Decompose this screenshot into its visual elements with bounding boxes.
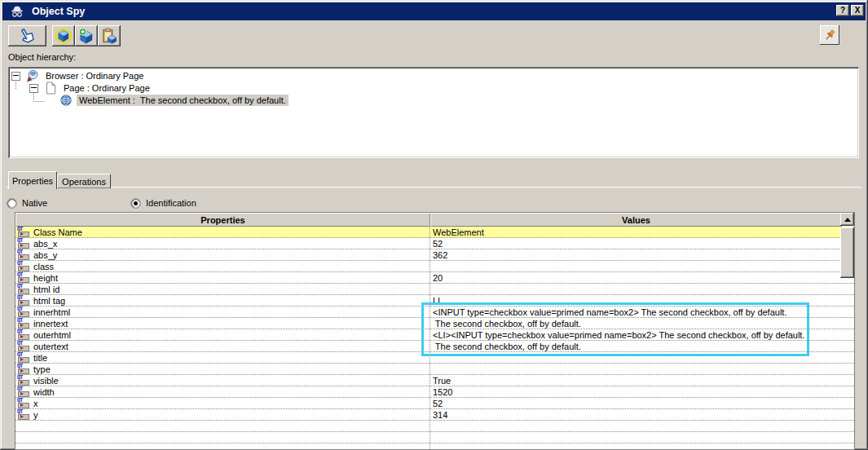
property-value-cell: <INPUT type=checkbox value=primed name=b… xyxy=(430,307,854,317)
object-spy-dialog: Object Spy ? X xyxy=(0,0,868,450)
scroll-up-button[interactable] xyxy=(840,213,854,226)
property-name-cell: QTclass xyxy=(15,261,430,271)
properties-grid: Properties Values QTClass NameWebElement… xyxy=(15,212,855,450)
property-icon: QT xyxy=(17,285,30,294)
property-value-cell xyxy=(430,261,854,271)
property-value-cell: LI xyxy=(430,295,854,306)
window-title: Object Spy xyxy=(32,6,85,17)
up-arrow-icon xyxy=(844,218,851,222)
add-object-icon xyxy=(78,28,95,44)
property-icon: QT xyxy=(17,330,30,340)
property-icon: QT xyxy=(17,364,30,374)
property-icon: QT xyxy=(17,262,30,271)
property-icon: QT xyxy=(17,353,30,363)
property-name-cell: QThtml id xyxy=(15,284,430,294)
property-row-innertext[interactable]: QTinnertext The second checkbox, off by … xyxy=(15,318,854,329)
empty-row xyxy=(15,432,854,443)
property-row-outerhtml[interactable]: QTouterhtml<LI><INPUT type=checkbox valu… xyxy=(15,329,854,341)
property-row-height[interactable]: QTheight20 xyxy=(15,272,854,284)
header-properties[interactable]: Properties xyxy=(15,213,430,227)
property-name-cell: QTabs_x xyxy=(15,238,430,249)
property-value-cell xyxy=(430,364,854,374)
property-row-html-tag[interactable]: QThtml tagLI xyxy=(15,295,854,307)
tree-node-webelement[interactable]: WebElement : The second checkbox, off by… xyxy=(54,94,289,107)
empty-row xyxy=(15,443,854,450)
property-row-width[interactable]: QTwidth1520 xyxy=(15,386,854,398)
tree-node-label-selected: WebElement : The second checkbox, off by… xyxy=(77,95,289,106)
property-row-type[interactable]: QTtype xyxy=(15,364,854,375)
keep-on-top-button[interactable] xyxy=(820,25,839,45)
tab-baseline xyxy=(7,187,861,188)
header-values[interactable]: Values xyxy=(430,213,842,227)
radio-identification-label: Identification xyxy=(146,198,196,208)
property-row-abs_y[interactable]: QTabs_y362 xyxy=(15,249,854,261)
property-name-cell: QTtitle xyxy=(15,352,430,363)
tree-node-label: Page : Ordinary Page xyxy=(61,82,152,94)
property-icon: QT xyxy=(17,250,30,260)
property-value-cell: The second checkbox, off by default. xyxy=(430,341,854,351)
property-icon: QT xyxy=(17,376,30,386)
property-row-innerhtml[interactable]: QTinnerhtml<INPUT type=checkbox value=pr… xyxy=(15,307,854,318)
copy-object-button[interactable] xyxy=(98,25,121,46)
browser-icon xyxy=(26,69,39,82)
property-name-cell: QTinnerhtml xyxy=(15,307,430,317)
property-row-visible[interactable]: QTvisibleTrue xyxy=(15,375,854,386)
tree-node-browser[interactable]: Browser : Ordinary Page xyxy=(11,69,146,82)
close-button[interactable]: X xyxy=(851,5,864,16)
property-name-cell: QTouterhtml xyxy=(15,329,430,340)
property-row-html-id[interactable]: QThtml id xyxy=(15,284,854,295)
view-object-button[interactable] xyxy=(52,25,75,46)
properties-table-body: QTClass NameWebElementQTabs_x52QTabs_y36… xyxy=(15,227,854,450)
radio-identification[interactable]: Identification xyxy=(130,197,196,209)
property-icon: QT xyxy=(17,342,30,351)
collapse-toggle-icon[interactable] xyxy=(11,72,20,81)
property-row-abs_x[interactable]: QTabs_x52 xyxy=(15,238,854,249)
property-icon: QT xyxy=(17,227,30,237)
empty-row xyxy=(15,421,854,432)
tab-operations[interactable]: Operations xyxy=(57,174,111,188)
property-icon: QT xyxy=(17,239,30,249)
property-value-cell: The second checkbox, off by default. xyxy=(430,318,854,329)
property-name-cell: QTx xyxy=(15,398,430,408)
property-icon: QT xyxy=(17,399,30,408)
property-name-cell: QTy xyxy=(15,409,430,420)
property-row-title[interactable]: QTtitle xyxy=(15,352,854,364)
radio-native-circle xyxy=(7,198,17,209)
property-name-cell: QThtml tag xyxy=(15,295,430,306)
pointing-hand-icon xyxy=(19,27,37,45)
tree-node-page[interactable]: Page : Ordinary Page xyxy=(29,82,152,95)
object-hierarchy-tree: Browser : Ordinary Page Page : Ordinary … xyxy=(8,67,859,158)
vertical-scrollbar xyxy=(840,213,854,449)
tab-properties[interactable]: Properties xyxy=(8,171,57,189)
property-value-cell: 314 xyxy=(430,409,854,420)
property-name-cell: QToutertext xyxy=(15,341,430,351)
property-row-class[interactable]: QTclass xyxy=(15,261,854,272)
property-icon: QT xyxy=(17,410,30,420)
property-name-cell: QTwidth xyxy=(15,386,430,397)
property-icon: QT xyxy=(17,387,30,397)
property-value-cell: <LI><INPUT type=checkbox value=primed na… xyxy=(430,329,854,340)
property-row-class-name[interactable]: QTClass NameWebElement xyxy=(15,227,854,238)
object-cube-icon xyxy=(55,28,72,44)
property-row-x[interactable]: QTx52 xyxy=(15,398,854,409)
help-button[interactable]: ? xyxy=(836,5,849,16)
radio-identification-circle xyxy=(130,198,141,209)
property-name-cell: QTvisible xyxy=(15,375,430,386)
property-value-cell: 362 xyxy=(430,249,854,260)
property-icon: QT xyxy=(17,307,30,317)
property-name-cell: QTinnertext xyxy=(15,318,430,329)
scrollbar-thumb[interactable] xyxy=(840,227,854,278)
collapse-toggle-icon[interactable] xyxy=(29,84,38,93)
radio-native[interactable]: Native xyxy=(7,197,47,209)
property-name-cell: QTabs_y xyxy=(15,249,430,260)
property-value-cell xyxy=(430,352,854,363)
property-value-cell: 1520 xyxy=(430,386,854,397)
property-row-outertext[interactable]: QToutertext The second checkbox, off by … xyxy=(15,341,854,352)
property-name-cell: QTtype xyxy=(15,364,430,374)
property-row-y[interactable]: QTy314 xyxy=(15,409,854,421)
point-button[interactable] xyxy=(8,25,46,46)
property-value-cell: 20 xyxy=(430,272,854,283)
add-object-button[interactable] xyxy=(75,25,98,46)
radio-native-label: Native xyxy=(22,198,47,208)
object-hierarchy-label: Object hierarchy: xyxy=(8,52,76,62)
